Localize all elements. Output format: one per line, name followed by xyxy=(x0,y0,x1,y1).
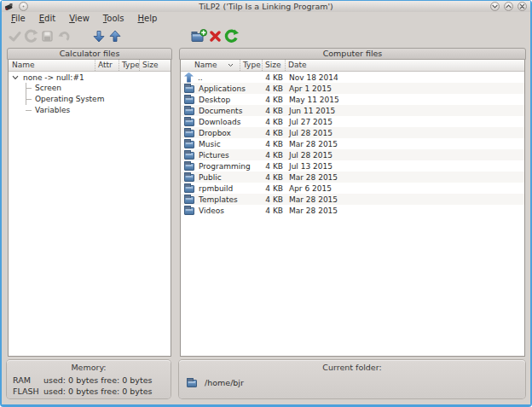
column-type[interactable]: Type xyxy=(240,60,262,71)
file-size: 4 KB xyxy=(262,195,285,204)
window-menu-button[interactable] xyxy=(19,2,28,11)
file-row[interactable]: Downloads 4 KB Jul 27 2015 xyxy=(181,116,524,127)
folder-icon xyxy=(187,380,197,387)
file-name: rpmbuild xyxy=(199,184,233,193)
undo-button-disabled xyxy=(55,26,72,45)
menu-item[interactable]: File xyxy=(4,12,32,25)
maximize-button[interactable] xyxy=(504,2,513,11)
file-name-cell: Documents xyxy=(181,106,240,115)
tilp-app-icon xyxy=(4,2,14,11)
window-controls xyxy=(490,2,527,11)
file-name: Templates xyxy=(199,195,238,204)
file-row[interactable]: Documents 4 KB Jun 11 2015 xyxy=(181,105,524,116)
file-row[interactable]: Dropbox 4 KB Jul 28 2015 xyxy=(181,127,524,138)
file-icon xyxy=(184,108,194,115)
tree-children: ScreenOperating SystemVariables xyxy=(9,83,171,116)
menubar: FileEditViewToolsHelp xyxy=(2,12,530,25)
file-icon xyxy=(184,141,194,148)
file-date: Jun 11 2015 xyxy=(285,107,524,115)
file-name-cell: Templates xyxy=(181,195,240,204)
file-name-cell: .. xyxy=(181,73,240,83)
memory-row-label: FLASH xyxy=(13,386,43,397)
file-date: Apr 1 2015 xyxy=(285,84,524,93)
delete-button[interactable] xyxy=(207,26,223,45)
receive-from-calc-up-arrow-button[interactable] xyxy=(107,26,123,45)
file-date: Mar 28 2015 xyxy=(285,140,524,148)
file-name-cell: Videos xyxy=(181,206,240,215)
file-icon xyxy=(184,119,194,126)
menu-item[interactable]: Edit xyxy=(32,12,62,25)
file-name-cell: Pictures xyxy=(181,150,240,160)
new-folder-button[interactable] xyxy=(191,26,207,45)
close-button[interactable] xyxy=(518,2,527,11)
window-frame: TiLP2 ('Tilp Is a Linking Program') xyxy=(2,1,530,404)
minimize-button[interactable] xyxy=(490,2,500,11)
file-name-cell: rpmbuild xyxy=(181,183,240,193)
file-date: May 11 2015 xyxy=(285,96,524,104)
titlebar[interactable]: TiLP2 ('Tilp Is a Linking Program') xyxy=(2,1,530,12)
file-name-cell: Dropbox xyxy=(181,128,240,137)
file-row[interactable]: Videos 4 KB Mar 28 2015 xyxy=(181,205,524,216)
memory-row: RAM used: 0 bytes free: 0 bytes xyxy=(7,375,171,386)
file-row[interactable]: Programming 4 KB Jul 13 2015 xyxy=(181,160,524,172)
tree-child-row[interactable]: Operating System xyxy=(9,94,171,105)
file-icon xyxy=(184,130,194,137)
file-size: 4 KB xyxy=(262,129,285,137)
computer-files-column-header: Name Type Size Date xyxy=(181,60,524,72)
file-row[interactable]: Public 4 KB Mar 28 2015 xyxy=(181,172,524,183)
column-attr[interactable]: Attr xyxy=(95,60,119,71)
file-name-cell: Desktop xyxy=(181,95,240,104)
tree-root-label: none -> null:#1 xyxy=(23,73,84,82)
file-row[interactable]: rpmbuild 4 KB Apr 6 2015 xyxy=(181,183,524,194)
memory-rows: RAM used: 0 bytes free: 0 bytes FLASH us… xyxy=(7,375,171,397)
column-name[interactable]: Name xyxy=(181,60,240,71)
file-name: Programming xyxy=(199,162,251,171)
column-date[interactable]: Date xyxy=(285,60,519,71)
file-date: Jul 28 2015 xyxy=(285,151,524,160)
file-name-cell: Programming xyxy=(181,161,240,171)
file-name-cell: Applications xyxy=(181,84,240,93)
file-icon xyxy=(184,207,194,215)
file-row[interactable]: Desktop 4 KB May 11 2015 xyxy=(181,94,524,105)
column-size[interactable]: Size xyxy=(262,60,285,71)
file-rows: .. 4 KB Nov 18 2014 Applications 4 KB Ap… xyxy=(181,72,524,216)
tree-root-row[interactable]: none -> null:#1 xyxy=(9,72,171,83)
file-size: 4 KB xyxy=(262,151,285,160)
expander-chevron-icon[interactable] xyxy=(12,75,19,80)
menu-item[interactable]: View xyxy=(62,12,96,25)
send-to-calc-down-arrow-button[interactable] xyxy=(90,26,107,45)
file-icon xyxy=(184,96,194,104)
computer-files-header: Computer files xyxy=(179,48,526,60)
menu-item[interactable]: Tools xyxy=(96,12,131,25)
file-date: Mar 28 2015 xyxy=(285,195,524,204)
file-name: Downloads xyxy=(199,118,240,126)
column-size[interactable]: Size xyxy=(139,60,159,71)
menu-item[interactable]: Help xyxy=(131,12,165,25)
file-date: Jul 27 2015 xyxy=(285,118,524,126)
file-size: 4 KB xyxy=(262,107,285,115)
file-name: Documents xyxy=(199,107,242,115)
file-size: 4 KB xyxy=(262,140,285,148)
file-row[interactable]: Music 4 KB Mar 28 2015 xyxy=(181,138,524,149)
file-date: Apr 6 2015 xyxy=(285,184,524,193)
column-name[interactable]: Name xyxy=(9,60,95,71)
calculator-files-list: Name Attr Type Size none -> null:#1 Scre… xyxy=(8,60,171,357)
file-name: Pictures xyxy=(199,151,229,160)
tree-child-row[interactable]: Variables xyxy=(9,105,171,116)
refresh-calc-button-disabled xyxy=(23,26,39,45)
file-row[interactable]: .. 4 KB Nov 18 2014 xyxy=(181,72,524,83)
file-name-cell: Music xyxy=(181,139,240,148)
column-type[interactable]: Type xyxy=(119,60,139,71)
file-row[interactable]: Applications 4 KB Apr 1 2015 xyxy=(181,83,524,94)
file-name: Public xyxy=(199,173,222,182)
app-window: TiLP2 ('Tilp Is a Linking Program') xyxy=(0,0,532,407)
refresh-button[interactable] xyxy=(223,26,240,45)
file-row[interactable]: Templates 4 KB Mar 28 2015 xyxy=(181,194,524,205)
file-name: Dropbox xyxy=(199,129,231,137)
file-size: 4 KB xyxy=(262,184,285,193)
file-name: Desktop xyxy=(199,96,230,104)
file-row[interactable]: Pictures 4 KB Jul 28 2015 xyxy=(181,149,524,160)
tree-child-row[interactable]: Screen xyxy=(9,83,171,94)
file-size: 4 KB xyxy=(262,118,285,126)
file-icon xyxy=(184,163,194,171)
